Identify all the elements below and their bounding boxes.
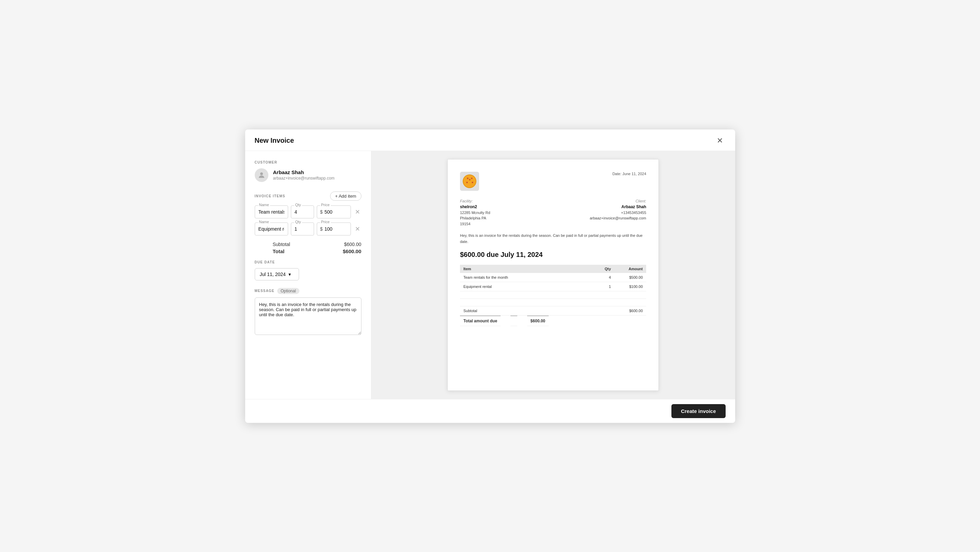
preview-amount-due: $600.00 due July 11, 2024 bbox=[460, 251, 646, 259]
item-price-input-1[interactable] bbox=[317, 205, 351, 219]
col-item: Item bbox=[460, 265, 594, 273]
preview-parties: Facility: shelron2 12285 Mcnulty Rd Phil… bbox=[460, 199, 646, 227]
total-label: Total amount due bbox=[460, 316, 501, 326]
preview-facility: Facility: shelron2 12285 Mcnulty Rd Phil… bbox=[460, 199, 490, 227]
subtotal-value: $600.00 bbox=[614, 306, 646, 316]
message-textarea[interactable]: Hey, this is an invoice for the rentals … bbox=[255, 297, 361, 335]
modal-title: New Invoice bbox=[255, 136, 294, 144]
client-phone: +13453453455 bbox=[590, 210, 646, 216]
qty-label-1: Qty bbox=[294, 203, 302, 207]
facility-address2: Philadelphia PA bbox=[460, 215, 490, 221]
row-qty: 4 bbox=[594, 273, 614, 282]
name-label-1: Name bbox=[258, 203, 270, 207]
item-qty-input-1[interactable] bbox=[291, 205, 314, 219]
new-invoice-modal: New Invoice ✕ CUSTOMER Arbaaz Shah arbaa… bbox=[245, 130, 735, 423]
remove-item-button-2[interactable]: ✕ bbox=[353, 224, 361, 234]
chevron-down-icon: ▾ bbox=[288, 271, 291, 277]
remove-item-button-1[interactable]: ✕ bbox=[353, 207, 361, 217]
subtotal-label: Subtotal bbox=[460, 306, 594, 316]
col-amount: Amount bbox=[614, 265, 646, 273]
preview-logo: ★ ★ ★ ★ ★ bbox=[460, 172, 479, 191]
svg-text:★: ★ bbox=[471, 177, 473, 180]
table-row: Equipment rental1$100.00 bbox=[460, 282, 646, 291]
invoice-item-row-2: Name Qty Price $ bbox=[255, 222, 361, 235]
facility-address3: 19154 bbox=[460, 221, 490, 227]
totals-section: Subtotal $600.00 Total $600.00 bbox=[255, 241, 361, 254]
subtotal-label: Subtotal bbox=[273, 241, 290, 247]
price-label-2: Price bbox=[320, 220, 331, 224]
item-price-field-1: Price $ bbox=[317, 205, 351, 219]
row-amount: $500.00 bbox=[614, 273, 646, 282]
svg-text:★: ★ bbox=[466, 177, 469, 180]
due-date-button[interactable]: Jul 11, 2024 ▾ bbox=[255, 268, 299, 281]
table-empty-row bbox=[460, 291, 646, 299]
item-name-field-1: Name bbox=[255, 205, 288, 219]
customer-email: arbaaz+invoice@runswiftapp.com bbox=[273, 176, 335, 181]
svg-text:★: ★ bbox=[466, 181, 468, 184]
qty-label-2: Qty bbox=[294, 220, 302, 224]
price-label-1: Price bbox=[320, 203, 331, 207]
total-value: $600.00 bbox=[527, 316, 549, 326]
preview-date: Date: June 11, 2024 bbox=[612, 172, 646, 176]
svg-text:★: ★ bbox=[471, 181, 474, 184]
row-item: Team rentals for the month bbox=[460, 273, 594, 282]
invoice-item-row: Name Qty Price $ bbox=[255, 205, 361, 219]
preview-subtotal-row: Subtotal$600.00 bbox=[460, 306, 646, 316]
modal-body: CUSTOMER Arbaaz Shah arbaaz+invoice@runs… bbox=[245, 151, 735, 399]
name-label-2: Name bbox=[258, 220, 270, 224]
item-name-input-2[interactable] bbox=[255, 222, 288, 235]
left-panel: CUSTOMER Arbaaz Shah arbaaz+invoice@runs… bbox=[245, 151, 371, 399]
item-qty-field-2: Qty bbox=[291, 222, 314, 235]
right-panel: ★ ★ ★ ★ ★ Date: June 11, 2024 Facility: … bbox=[371, 151, 735, 399]
customer-info: Arbaaz Shah arbaaz+invoice@runswiftapp.c… bbox=[273, 169, 335, 181]
svg-point-0 bbox=[260, 173, 263, 175]
total-value: $600.00 bbox=[343, 248, 361, 254]
price-input-wrapper-1: $ bbox=[317, 205, 351, 219]
item-price-input-2[interactable] bbox=[317, 222, 351, 235]
client-label: Client: bbox=[590, 199, 646, 203]
invoice-items-header: INVOICE ITEMS + Add item bbox=[255, 192, 361, 201]
preview-total-row: Total amount due$600.00 bbox=[460, 316, 549, 326]
person-icon bbox=[258, 171, 266, 179]
customer-row: Arbaaz Shah arbaaz+invoice@runswiftapp.c… bbox=[255, 168, 361, 182]
item-qty-input-2[interactable] bbox=[291, 222, 314, 235]
total-label: Total bbox=[273, 248, 285, 254]
facility-label: Facility: bbox=[460, 199, 490, 203]
preview-client: Client: Arbaaz Shah +13453453455 arbaaz+… bbox=[590, 199, 646, 227]
subtotal-value: $600.00 bbox=[344, 241, 361, 247]
preview-message: Hey, this is an invoice for the rentals … bbox=[460, 233, 646, 245]
facility-address1: 12285 Mcnulty Rd bbox=[460, 210, 490, 216]
avatar bbox=[255, 168, 268, 182]
svg-point-2 bbox=[463, 174, 476, 188]
client-name: Arbaaz Shah bbox=[590, 205, 646, 209]
customer-name: Arbaaz Shah bbox=[273, 169, 335, 175]
row-amount: $100.00 bbox=[614, 282, 646, 291]
message-section-label: MESSAGE bbox=[255, 289, 275, 293]
preview-table: Item Qty Amount Team rentals for the mon… bbox=[460, 265, 646, 326]
invoice-preview: ★ ★ ★ ★ ★ Date: June 11, 2024 Facility: … bbox=[447, 159, 659, 391]
due-date-label: DUE DATE bbox=[255, 260, 361, 264]
table-row: Team rentals for the month4$500.00 bbox=[460, 273, 646, 282]
client-email: arbaaz+invoice@runswiftapp.com bbox=[590, 215, 646, 221]
customer-section: CUSTOMER Arbaaz Shah arbaaz+invoice@runs… bbox=[255, 160, 361, 182]
add-item-button[interactable]: + Add item bbox=[330, 192, 361, 201]
preview-top: ★ ★ ★ ★ ★ Date: June 11, 2024 bbox=[460, 172, 646, 191]
create-invoice-button[interactable]: Create invoice bbox=[671, 404, 725, 418]
item-name-field-2: Name bbox=[255, 222, 288, 235]
close-button[interactable]: ✕ bbox=[714, 136, 725, 146]
subtotal-row: Subtotal $600.00 bbox=[273, 241, 361, 247]
price-input-wrapper-2: $ bbox=[317, 222, 351, 235]
customer-section-label: CUSTOMER bbox=[255, 160, 361, 164]
modal-footer: Create invoice bbox=[245, 399, 735, 423]
row-item: Equipment rental bbox=[460, 282, 594, 291]
modal-header: New Invoice ✕ bbox=[245, 130, 735, 151]
message-label-row: MESSAGE Optional bbox=[255, 288, 361, 294]
row-qty: 1 bbox=[594, 282, 614, 291]
due-date-value: Jul 11, 2024 bbox=[260, 271, 286, 277]
item-name-input-1[interactable] bbox=[255, 205, 288, 219]
col-qty: Qty bbox=[594, 265, 614, 273]
item-inputs: Name Qty Price $ bbox=[255, 205, 361, 219]
optional-badge: Optional bbox=[277, 288, 299, 294]
item-price-field-2: Price $ bbox=[317, 222, 351, 235]
logo-icon: ★ ★ ★ ★ ★ bbox=[460, 172, 479, 191]
